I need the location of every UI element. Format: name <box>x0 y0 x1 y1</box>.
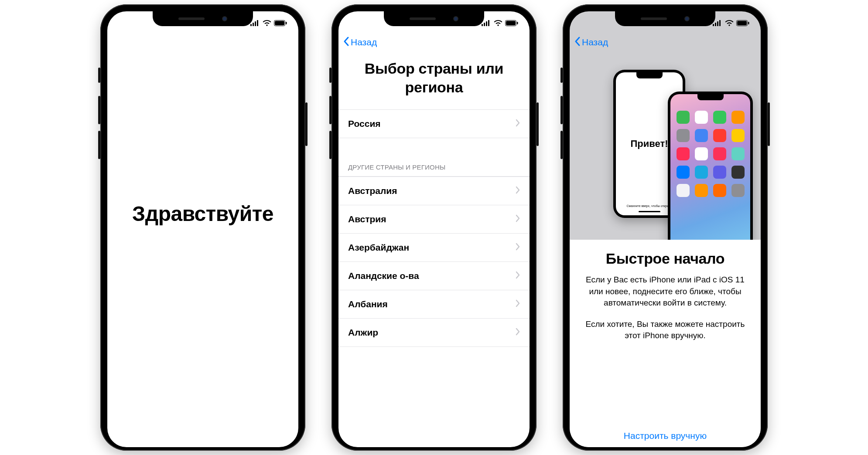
app-icon <box>695 111 708 124</box>
svg-rect-13 <box>517 22 518 24</box>
quickstart-p2: Если хотите, Вы также можете настроить э… <box>582 319 748 342</box>
back-button[interactable]: Назад <box>574 36 608 49</box>
country-label: Аландские о-ва <box>348 271 419 281</box>
notch <box>615 11 715 26</box>
svg-rect-12 <box>506 21 516 25</box>
notch <box>384 11 484 26</box>
country-row[interactable]: Азербайджан <box>338 234 530 262</box>
country-row[interactable]: Албания <box>338 290 530 319</box>
country-row[interactable]: Австрия <box>338 205 530 234</box>
battery-icon <box>736 20 749 26</box>
app-icon <box>731 147 745 160</box>
svg-rect-15 <box>715 23 716 26</box>
side-button <box>768 102 770 146</box>
hero-phone-home <box>668 92 753 240</box>
svg-rect-14 <box>713 24 714 26</box>
hero-app-grid <box>670 107 750 200</box>
back-label: Назад <box>582 37 608 48</box>
country-row[interactable]: Австралия <box>338 177 530 205</box>
wifi-icon <box>725 20 734 26</box>
app-icon <box>695 166 708 179</box>
chevron-right-icon <box>516 119 520 129</box>
quickstart-title: Быстрое начало <box>582 250 748 267</box>
chevron-left-icon <box>343 36 351 49</box>
hello-greeting: Здравствуйте <box>132 202 273 226</box>
app-icon <box>677 184 690 197</box>
chevron-right-icon <box>516 327 520 338</box>
svg-rect-3 <box>257 20 258 26</box>
volume-up-button <box>98 96 100 124</box>
country-row[interactable]: Алжир <box>338 319 530 347</box>
country-list: Россия ДРУГИЕ СТРАНЫ И РЕГИОНЫ Австралия… <box>338 109 530 347</box>
screen-country: Назад Выбор страны или региона Россия ДР… <box>338 11 530 447</box>
mute-switch <box>560 68 563 83</box>
volume-up-button <box>329 96 331 124</box>
home-indicator-icon <box>639 211 660 212</box>
svg-rect-2 <box>255 21 256 26</box>
back-button[interactable]: Назад <box>343 36 377 49</box>
chevron-left-icon <box>574 36 582 49</box>
country-label: Австрия <box>348 214 386 224</box>
svg-rect-19 <box>737 21 747 25</box>
chevron-right-icon <box>516 186 520 196</box>
wifi-icon <box>263 20 271 26</box>
svg-rect-7 <box>482 24 483 26</box>
section-header-other: ДРУГИЕ СТРАНЫ И РЕГИОНЫ <box>338 138 530 177</box>
svg-rect-1 <box>253 23 254 26</box>
volume-up-button <box>560 96 563 124</box>
country-row[interactable]: Аландские о-ва <box>338 262 530 290</box>
app-icon <box>731 129 745 142</box>
quickstart-p1: Если у Вас есть iPhone или iPad с iOS 11… <box>582 274 748 309</box>
country-label: Австралия <box>348 186 397 196</box>
country-label: Алжир <box>348 327 378 338</box>
screen-hello: Здравствуйте <box>107 11 298 447</box>
svg-rect-9 <box>486 21 487 26</box>
app-icon <box>731 166 745 179</box>
hello-container: Здравствуйте <box>107 32 298 447</box>
wifi-icon <box>494 20 502 26</box>
side-button <box>537 102 539 146</box>
chevron-right-icon <box>516 299 520 309</box>
country-label: Албания <box>348 299 388 309</box>
back-label: Назад <box>351 37 377 48</box>
chevron-right-icon <box>516 271 520 281</box>
svg-rect-17 <box>719 20 721 26</box>
app-icon <box>713 184 726 197</box>
nav-bar: Назад <box>570 32 761 52</box>
app-icon <box>695 184 708 197</box>
volume-down-button <box>560 131 563 159</box>
app-icon <box>677 129 690 142</box>
svg-rect-0 <box>250 24 252 26</box>
side-button <box>305 102 308 146</box>
battery-icon <box>505 20 518 26</box>
app-icon <box>695 129 708 142</box>
app-icon <box>713 166 726 179</box>
screen-quickstart: Назад Привет! Смахните вверх, чтобы откр… <box>570 11 761 447</box>
nav-bar: Назад <box>338 32 530 52</box>
hero-greeting: Привет! <box>630 138 668 149</box>
quickstart-hero: Привет! Смахните вверх, чтобы открыть <box>570 52 761 240</box>
setup-manually-link[interactable]: Настроить вручную <box>570 431 761 441</box>
volume-down-button <box>329 131 331 159</box>
mute-switch <box>329 68 331 83</box>
phone-hello: Здравствуйте <box>100 4 305 451</box>
country-row-primary[interactable]: Россия <box>338 109 530 138</box>
quickstart-body: Быстрое начало Если у Вас есть iPhone ил… <box>570 240 761 447</box>
app-icon <box>713 129 726 142</box>
phone-quickstart: Назад Привет! Смахните вверх, чтобы откр… <box>563 4 768 451</box>
mute-switch <box>98 68 100 83</box>
svg-rect-20 <box>748 22 749 24</box>
svg-rect-5 <box>275 21 284 25</box>
svg-rect-16 <box>717 21 718 26</box>
app-icon <box>731 184 745 197</box>
app-icon <box>713 111 726 124</box>
app-icon <box>677 166 690 179</box>
hero-swipe-hint: Смахните вверх, чтобы открыть <box>627 204 672 207</box>
page-title: Выбор страны или региона <box>338 52 530 109</box>
chevron-right-icon <box>516 242 520 253</box>
app-icon <box>677 147 690 160</box>
volume-down-button <box>98 131 100 159</box>
battery-icon <box>274 20 287 26</box>
notch <box>153 11 253 26</box>
chevron-right-icon <box>516 214 520 224</box>
